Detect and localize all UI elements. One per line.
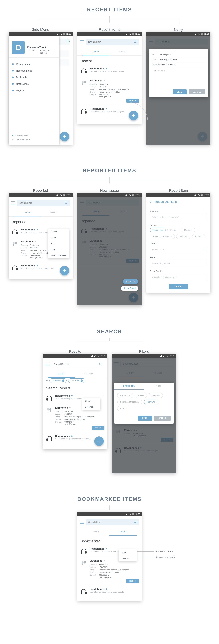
- chip-books[interactable]: Books and Stationary: [150, 234, 175, 239]
- cancel-button[interactable]: CANCEL: [189, 90, 205, 94]
- filter-tab-time[interactable]: TIME: [144, 382, 174, 390]
- menu-logout[interactable]: Log-out: [8, 87, 59, 94]
- remove-filter-icon[interactable]: ×: [81, 380, 83, 382]
- send-button[interactable]: SEND: [173, 90, 187, 94]
- compose-textarea[interactable]: [152, 68, 205, 87]
- report-button[interactable]: REPORT: [169, 284, 188, 289]
- item-title: Earphones: [21, 240, 33, 243]
- headphones-icon: [80, 107, 87, 114]
- search-input[interactable]: [54, 363, 97, 365]
- chip-medicine[interactable]: Medicine: [181, 228, 195, 232]
- more-icon[interactable]: ⋮: [102, 394, 105, 398]
- from-value[interactable]: dtiwari@ar.iitr.ac.in: [160, 58, 205, 61]
- menu-recent-items[interactable]: Recent Items: [8, 61, 59, 68]
- tab-found[interactable]: FOUND: [109, 528, 137, 536]
- notify-button[interactable]: NOTIFY: [92, 426, 104, 430]
- fab-add[interactable]: +: [60, 132, 69, 141]
- tab-found[interactable]: FOUND: [75, 370, 102, 378]
- filter-tab-category[interactable]: CATEGORY: [114, 382, 144, 390]
- chip-money[interactable]: Money: [135, 393, 147, 398]
- search-box[interactable]: [17, 200, 70, 206]
- menu-label: Log-out: [16, 89, 24, 92]
- to-value[interactable]: wsahi@iitr.ac.in: [160, 54, 205, 56]
- popup-edit[interactable]: Edit: [48, 241, 69, 246]
- tab-lost[interactable]: LOST: [82, 528, 109, 536]
- fab-add[interactable]: +: [94, 436, 104, 446]
- side-drawer[interactable]: D Divyanshu Tiwari 17110010 Architecture…: [8, 36, 59, 144]
- status-bar: 12:30: [146, 32, 211, 36]
- search-icon[interactable]: [134, 520, 137, 524]
- search-input[interactable]: [88, 521, 132, 524]
- fab-add[interactable]: +: [60, 266, 69, 276]
- chip-electronics[interactable]: Electronics: [150, 228, 166, 232]
- search-icon[interactable]: [99, 362, 102, 366]
- tab-lost[interactable]: LOST: [13, 209, 40, 216]
- chip-clothes[interactable]: Clothes: [117, 406, 130, 411]
- notify-button[interactable]: NOTIFY: [126, 99, 139, 102]
- menu-notifications[interactable]: Notifications: [8, 80, 59, 87]
- search-input[interactable]: [19, 202, 63, 204]
- chip-furniture[interactable]: Furniture: [144, 400, 158, 404]
- cancel-button[interactable]: CANCEL: [154, 416, 171, 420]
- search-input[interactable]: [88, 40, 132, 43]
- input-other[interactable]: [150, 274, 207, 280]
- tab-found[interactable]: FOUND: [109, 48, 137, 56]
- menu-bookmarked[interactable]: Bookmarked: [8, 74, 59, 80]
- popup-share[interactable]: Share: [82, 398, 100, 404]
- tab-lost[interactable]: LOST: [48, 370, 75, 378]
- chip-furniture[interactable]: Furniture: [176, 234, 191, 239]
- svg-rect-11: [85, 71, 86, 73]
- tab-found[interactable]: FOUND: [40, 209, 68, 216]
- calendar-icon[interactable]: [203, 248, 205, 251]
- back-arrow-icon[interactable]: [149, 200, 153, 204]
- chip-clothes[interactable]: Clothes: [192, 234, 205, 239]
- chip-report-found[interactable]: Report Found: [121, 286, 138, 291]
- list-item-expanded[interactable]: Earphones CategoryElectronics Lost on17/…: [77, 77, 142, 105]
- chip-report-lost[interactable]: Report Lost: [123, 279, 138, 284]
- callout-share: Share with others: [156, 550, 173, 553]
- fab-add[interactable]: +: [129, 111, 138, 120]
- hamburger-icon[interactable]: [80, 521, 84, 524]
- input-lost-on[interactable]: [150, 246, 207, 253]
- chip-electronics[interactable]: Electronics: [117, 393, 133, 398]
- section-title-search: SEARCH: [3, 328, 216, 334]
- item-title: Headphones: [21, 228, 35, 231]
- popup-mark-resolved[interactable]: Mark as Resolved: [48, 252, 69, 258]
- search-box[interactable]: [86, 39, 139, 45]
- filter-chip-electronics[interactable]: Electronics×: [49, 378, 67, 383]
- search-icon[interactable]: [65, 201, 68, 204]
- status-dot: [104, 80, 105, 81]
- popup-delete[interactable]: Delete: [48, 246, 69, 252]
- search-icon[interactable]: [66, 38, 70, 42]
- chip-medicine[interactable]: Medicine: [149, 393, 163, 398]
- tab-lost[interactable]: LOST: [82, 48, 109, 56]
- add-filter-icon[interactable]: +: [46, 379, 48, 382]
- svg-marker-22: [56, 194, 58, 196]
- list-item[interactable]: HeadphonesNear Electrical department's e…: [77, 585, 142, 597]
- callout-remove: Remove bookmark: [156, 556, 175, 558]
- popup-search[interactable]: Search: [48, 229, 69, 235]
- search-box[interactable]: [51, 360, 105, 368]
- chip-money[interactable]: Money: [167, 228, 180, 232]
- hamburger-icon[interactable]: [11, 202, 15, 204]
- popup-share[interactable]: Share: [119, 550, 137, 556]
- label-recent-items: Recent Items: [75, 28, 144, 32]
- popup-remove[interactable]: Remove: [119, 556, 137, 561]
- input-place[interactable]: [150, 260, 207, 267]
- search-box[interactable]: [86, 519, 139, 526]
- notify-button[interactable]: NOTIFY: [126, 579, 139, 583]
- popup-bookmark[interactable]: Bookmark: [82, 404, 100, 410]
- done-button[interactable]: DONE: [138, 416, 152, 420]
- input-item-name[interactable]: [150, 214, 207, 220]
- chip-books[interactable]: Books and Stationary: [117, 400, 142, 404]
- filter-chip-last-week[interactable]: Last Week×: [68, 378, 85, 383]
- search-icon[interactable]: [134, 40, 137, 44]
- list-item[interactable]: Headphones Near Electrical department's …: [77, 65, 142, 77]
- popup-share[interactable]: Share: [48, 235, 69, 241]
- menu-reported-items[interactable]: Reported Items: [8, 68, 59, 74]
- hamburger-icon[interactable]: [80, 40, 84, 44]
- subject-value[interactable]: Found your lost "Earphones": [152, 64, 205, 66]
- remove-filter-icon[interactable]: ×: [62, 380, 64, 382]
- hamburger-icon[interactable]: [45, 362, 50, 366]
- more-icon[interactable]: ⋮: [137, 547, 140, 550]
